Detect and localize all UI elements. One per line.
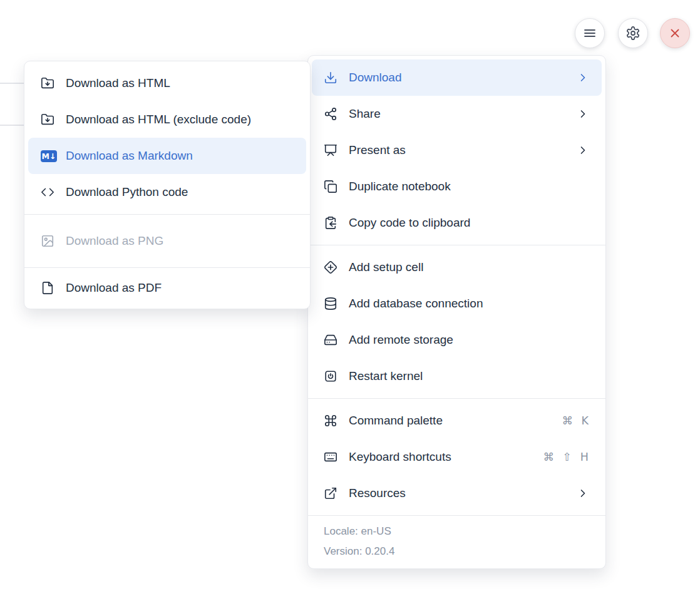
shortcut-hint: ⌘ K [562,414,589,427]
menu-group-share: Download Share [308,56,605,245]
menu-item-label: Download as Markdown [66,149,193,163]
chevron-right-icon [577,108,589,120]
menu-item-add-database-connection[interactable]: Add database connection [312,285,602,322]
menu-item-copy-code[interactable]: Copy code to clipboard [312,205,602,241]
menu-item-keyboard-shortcuts[interactable]: Keyboard shortcuts ⌘ ⇧ H [312,439,602,475]
presentation-icon [324,143,340,157]
menu-item-label: Restart kernel [349,369,423,383]
submenu-group-formats: Download as HTML Download as HTML (exclu… [24,61,310,214]
hard-drive-icon [324,333,340,347]
menu-item-download-as-html-exclude-code[interactable]: Download as HTML (exclude code) [28,101,306,138]
menu-item-label: Duplicate notebook [349,180,451,193]
menu-item-download-as-png: Download as PNG [28,223,306,259]
clipboard-copy-icon [324,216,340,230]
menu-group-help: Command palette ⌘ K Keyboard shortcuts ⌘… [308,398,605,515]
folder-down-icon [41,76,57,90]
external-link-icon [324,486,340,500]
version-text: Version: 0.20.4 [324,542,605,562]
menu-item-label: Command palette [349,414,443,428]
menu-item-label: Keyboard shortcuts [349,450,451,464]
shutdown-button[interactable] [660,18,690,48]
menu-item-label: Resources [349,486,406,500]
markdown-badge-icon: M↓ [41,150,57,162]
menu-item-label: Download [349,71,402,85]
menu-item-download-as-pdf[interactable]: Download as PDF [28,270,306,306]
file-icon [41,281,57,295]
menu-item-label: Download as PDF [66,281,162,295]
folder-down-icon [41,113,57,126]
menu-item-label: Add setup cell [349,260,423,274]
share-icon [324,107,340,121]
menu-item-share[interactable]: Share [312,96,602,132]
shortcut-hint: ⌘ ⇧ H [543,451,589,463]
copy-icon [324,180,340,193]
menu-item-label: Present as [349,143,406,157]
menu-item-restart-kernel[interactable]: Restart kernel [312,358,602,394]
menu-item-label: Share [349,107,381,121]
diamond-plus-icon [324,260,340,274]
chevron-right-icon [577,71,589,84]
gear-icon [625,26,641,41]
menu-item-present-as[interactable]: Present as [312,132,602,168]
code-icon [41,185,57,199]
download-submenu: Download as HTML Download as HTML (exclu… [24,61,311,309]
menu-item-resources[interactable]: Resources [312,475,602,511]
power-square-icon [324,369,340,383]
image-icon [41,234,57,248]
menu-item-label: Add database connection [349,297,483,311]
keyboard-icon [324,450,340,464]
menu-group-notebook: Add setup cell Add database connection [308,245,605,398]
submenu-group-pdf: Download as PDF [24,267,310,309]
menu-item-download-as-html[interactable]: Download as HTML [28,65,306,101]
hamburger-menu-icon [582,26,597,41]
menu-item-add-setup-cell[interactable]: Add setup cell [312,249,602,285]
menu-item-duplicate-notebook[interactable]: Duplicate notebook [312,168,602,205]
menu-item-command-palette[interactable]: Command palette ⌘ K [312,403,602,439]
menu-item-download[interactable]: Download [312,59,602,96]
menu-item-add-remote-storage[interactable]: Add remote storage [312,322,602,358]
locale-text: Locale: en-US [324,521,605,542]
page-cell-border [0,83,26,84]
chevron-right-icon [577,487,589,500]
close-x-icon [668,26,682,40]
menu-item-label: Download as PNG [66,234,163,248]
notebook-actions-menu: Download Share [307,55,606,569]
chevron-right-icon [577,144,589,157]
app-background: Download Share [0,0,700,616]
menu-item-label: Add remote storage [349,333,453,347]
settings-button[interactable] [618,18,648,48]
submenu-group-png: Download as PNG [24,214,310,267]
menu-item-label: Copy code to clipboard [349,216,470,230]
notebook-menu-button[interactable] [575,18,605,48]
database-icon [324,297,340,311]
command-icon [324,414,340,428]
menu-item-download-as-markdown[interactable]: M↓ Download as Markdown [28,138,306,174]
download-icon [324,71,340,85]
menu-item-label: Download as HTML [66,76,170,90]
menu-item-label: Download Python code [66,185,188,199]
menu-item-download-python-code[interactable]: Download Python code [28,174,306,210]
menu-item-label: Download as HTML (exclude code) [66,113,251,126]
menu-footer: Locale: en-US Version: 0.20.4 [308,515,605,568]
page-cell-border [0,125,26,126]
